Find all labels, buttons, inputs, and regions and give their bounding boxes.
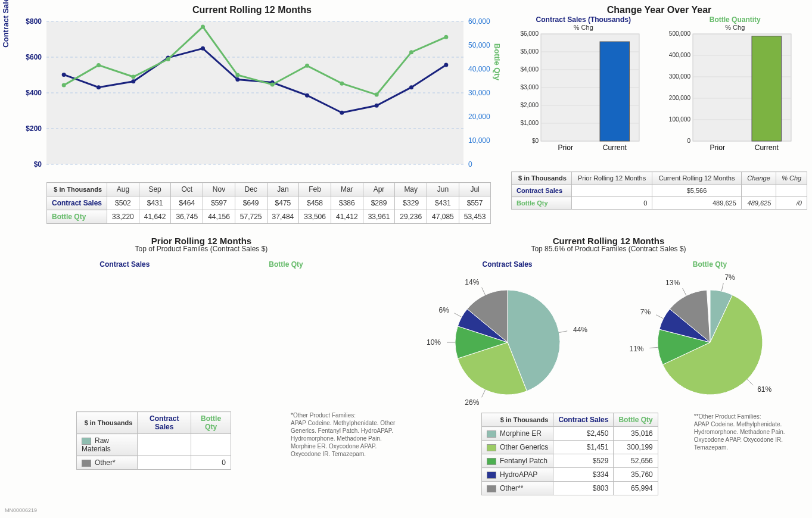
svg-point-41 <box>444 35 448 39</box>
svg-text:$400: $400 <box>26 89 42 97</box>
svg-text:Current: Current <box>603 143 627 152</box>
svg-point-23 <box>235 77 239 82</box>
yoy-col-pct: % Chg <box>776 172 807 185</box>
yoy-cs-current: $5,566 <box>652 185 741 197</box>
svg-text:0: 0 <box>468 160 472 168</box>
svg-point-36 <box>270 82 275 86</box>
svg-line-81 <box>481 390 485 398</box>
yoy-corner: $ in Thousands <box>512 172 572 185</box>
svg-text:$4,000: $4,000 <box>520 66 539 73</box>
svg-point-40 <box>409 50 413 54</box>
yoy-bq-title: Bottle Quantity <box>663 15 808 24</box>
yoy-cs-title: Contract Sales (Thousands) <box>511 15 656 24</box>
yoy-cs-change <box>741 185 776 197</box>
svg-text:26%: 26% <box>465 398 479 407</box>
svg-text:7%: 7% <box>724 273 735 282</box>
current-footnote-title: **Other Product Families: <box>694 413 761 420</box>
svg-text:50,000: 50,000 <box>468 41 490 49</box>
yoy-bq-prior: 0 <box>571 197 652 210</box>
svg-text:44%: 44% <box>573 326 587 334</box>
svg-text:14%: 14% <box>465 278 479 286</box>
svg-line-93 <box>649 347 658 348</box>
yoy-title: Change Year Over Year <box>511 5 807 15</box>
svg-text:11%: 11% <box>629 345 643 353</box>
svg-text:$3,000: $3,000 <box>520 84 539 91</box>
svg-point-34 <box>201 25 205 29</box>
rolling12-line-chart: $0$200$400$600$800010,00020,00030,00040,… <box>5 15 499 182</box>
svg-point-19 <box>97 85 101 89</box>
y2-axis-label: Bottle Qty <box>493 43 502 80</box>
yoy-bq-sub: % Chg <box>663 24 808 31</box>
svg-text:$200: $200 <box>26 124 42 133</box>
prior-subtitle: Top of Product Familes (Contract Sales $… <box>5 245 398 253</box>
pie-bq-title: Bottle Qty <box>621 260 799 269</box>
yoy-col-change: Change <box>741 172 776 185</box>
svg-point-30 <box>62 83 66 88</box>
svg-line-97 <box>682 288 686 295</box>
svg-line-85 <box>454 313 461 317</box>
svg-text:$5,000: $5,000 <box>520 48 539 55</box>
main-title: Current Rolling 12 Months <box>5 5 499 15</box>
svg-text:100,000: 100,000 <box>668 116 690 123</box>
svg-point-37 <box>305 64 309 68</box>
svg-line-79 <box>559 331 567 333</box>
svg-text:0: 0 <box>687 138 690 144</box>
svg-text:Current: Current <box>754 143 779 152</box>
svg-point-38 <box>340 82 344 86</box>
svg-text:Prior: Prior <box>710 143 724 152</box>
doc-id: MN00006219 <box>5 507 807 513</box>
yoy-cs-prior <box>571 185 652 197</box>
svg-point-35 <box>235 73 239 77</box>
svg-text:20,000: 20,000 <box>468 113 490 121</box>
yoy-col-prior: Prior Rolling 12 Months <box>571 172 652 185</box>
current-subtitle: Top 85.6% of Product Familes (Contract S… <box>410 245 807 253</box>
svg-text:400,000: 400,000 <box>668 52 690 58</box>
prior-footnote-body: APAP Codeine. Methylphenidate. Other Gen… <box>291 420 395 457</box>
svg-point-31 <box>97 63 101 67</box>
svg-text:40,000: 40,000 <box>468 65 490 73</box>
svg-text:300,000: 300,000 <box>668 73 690 80</box>
pie-cs-chart: 44%26%10%6%14% <box>418 271 597 408</box>
yoy-bq-bar-chart: 0100,000200,000300,000400,000500,000Prio… <box>663 31 794 156</box>
current-footnote: **Other Product Families: APAP Codeine. … <box>694 413 801 451</box>
svg-text:$1,000: $1,000 <box>520 120 539 126</box>
current-footnote-body: APAP Codeine. Methylphenidate. Hydromorp… <box>694 421 785 451</box>
y1-axis-label: Contract Sales (Thousands) <box>1 0 10 48</box>
svg-text:$6,000: $6,000 <box>520 31 539 37</box>
svg-text:Prior: Prior <box>558 143 573 152</box>
yoy-cs-sub: % Chg <box>511 24 656 31</box>
svg-text:13%: 13% <box>665 279 680 287</box>
svg-point-33 <box>166 57 170 61</box>
prior-footnote: *Other Product Families: APAP Codeine. M… <box>291 411 398 458</box>
svg-text:30,000: 30,000 <box>468 89 490 97</box>
yoy-row-bq: Bottle Qty <box>512 197 572 210</box>
svg-text:60,000: 60,000 <box>468 17 490 26</box>
yoy-bq-change: 489,625 <box>741 197 776 210</box>
yoy-cs-pct <box>776 185 807 197</box>
svg-text:10,000: 10,000 <box>468 136 490 145</box>
pie-cs-title: Contract Sales <box>418 260 597 269</box>
svg-rect-76 <box>752 36 782 141</box>
svg-point-20 <box>131 79 135 83</box>
svg-line-95 <box>656 315 663 319</box>
svg-text:7%: 7% <box>640 308 651 316</box>
yoy-col-current: Current Rolling 12 Months <box>652 172 741 185</box>
svg-line-89 <box>721 283 723 291</box>
pie-bq-chart: 7%61%11%7%13% <box>621 271 799 408</box>
svg-text:$0: $0 <box>532 138 539 144</box>
rolling12-table: $ in ThousandsAugSepOctNovDecJanFebMarAp… <box>46 182 491 224</box>
svg-line-87 <box>481 288 485 295</box>
svg-rect-59 <box>600 42 630 141</box>
svg-text:6%: 6% <box>438 306 449 314</box>
svg-line-91 <box>747 379 753 385</box>
svg-point-32 <box>131 75 135 79</box>
svg-point-39 <box>375 93 379 97</box>
svg-text:10%: 10% <box>426 338 440 347</box>
svg-text:$600: $600 <box>26 53 42 61</box>
svg-text:$2,000: $2,000 <box>520 102 539 108</box>
yoy-bq-pct: /0 <box>776 197 807 210</box>
svg-point-27 <box>375 104 379 108</box>
svg-point-26 <box>340 111 344 115</box>
prior-footnote-title: *Other Product Families: <box>291 412 356 419</box>
yoy-cs-bar-chart: $0$1,000$2,000$3,000$4,000$5,000$6,000Pr… <box>511 31 642 156</box>
